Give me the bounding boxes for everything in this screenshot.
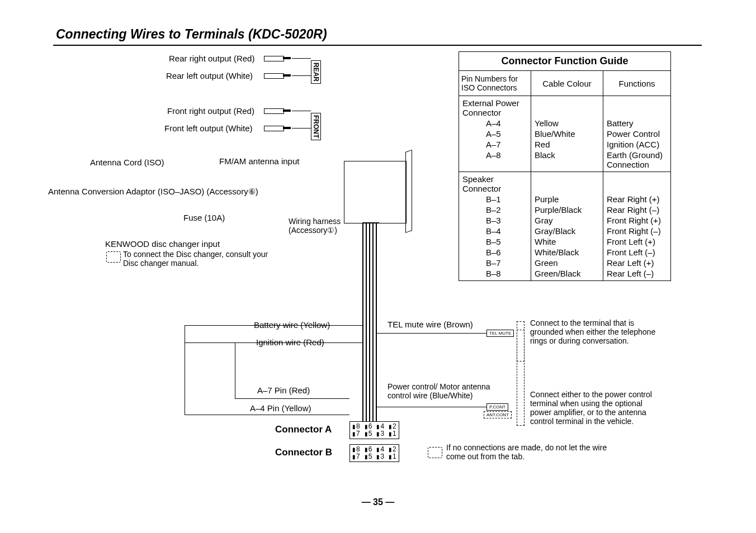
label-power-control-wire: Power control/ Motor antenna control wir… <box>388 382 490 400</box>
guide-row: Front Left (–) <box>603 247 671 258</box>
connector-function-guide: Connector Function Guide Pin Numbers for… <box>459 51 671 281</box>
guide-row: Green/Black <box>531 268 603 281</box>
note-power-control: Connect either to the power control term… <box>530 390 652 426</box>
note-icon <box>428 447 442 458</box>
wire-trunk-vert3 <box>369 222 370 423</box>
label-a7-pin: A–7 Pin (Red) <box>257 386 310 395</box>
lead-rr <box>292 58 311 59</box>
guide-row: B–4 <box>459 226 531 236</box>
wire-telmute <box>376 333 486 334</box>
pin-a1: 1 <box>389 430 396 437</box>
label-antenna-adaptor: Antenna Conversion Adaptor (ISO–JASO) (A… <box>48 187 258 197</box>
label-a4-pin: A–4 Pin (Yellow) <box>250 403 311 413</box>
guide-row: B–2 <box>459 204 531 215</box>
tag-pcont: P.CONT <box>486 403 508 411</box>
guide-row: Rear Left (+) <box>603 258 671 268</box>
guide-row: A–4 <box>459 118 531 129</box>
guide-row: Gray <box>531 215 603 226</box>
guide-row: Front Left (+) <box>603 236 671 247</box>
guide-row: A–8 <box>459 150 531 172</box>
guide-row: Rear Right (–) <box>603 204 671 215</box>
guide-row: B–3 <box>459 215 531 226</box>
lead-fr <box>292 111 311 111</box>
tag-rear: REAR <box>311 60 321 84</box>
label-tel-mute-wire: TEL mute wire (Brown) <box>388 320 473 329</box>
wire-ign <box>185 342 362 343</box>
wire-trunk-vert <box>362 222 363 423</box>
guide-row: Purple/Black <box>531 204 603 215</box>
guide-row: Purple <box>531 194 603 204</box>
guide-section-1-name: Speaker Connector <box>459 172 531 194</box>
label-wiring-harness: Wiring harness (Accessory①) <box>289 217 341 235</box>
guide-header-colour: Cable Colour <box>531 71 603 96</box>
connector-a-pins: 8 6 4 2 7 5 3 1 <box>349 421 399 439</box>
wire-trunk-vert4 <box>372 222 374 423</box>
guide-row: Gray/Black <box>531 226 603 236</box>
guide-row: B–5 <box>459 236 531 247</box>
guide-row: Front Right (–) <box>603 226 671 236</box>
wire-a7 <box>235 398 349 399</box>
label-fuse: Fuse (10A) <box>183 213 225 222</box>
guide-row: Yellow <box>531 118 603 129</box>
guide-row: White <box>531 236 603 247</box>
guide-row: A–5 <box>459 129 531 139</box>
pin-b1: 1 <box>389 453 396 460</box>
note-disc-changer: To connect the Disc changer, consult you… <box>123 250 268 268</box>
note-icon <box>106 251 121 263</box>
rca-front-right <box>264 107 292 114</box>
label-fm-am-input: FM/AM antenna input <box>219 156 299 166</box>
guide-row: B–1 <box>459 194 531 204</box>
rca-front-left <box>264 125 292 131</box>
guide-row: B–6 <box>459 247 531 258</box>
wire-a4 <box>185 415 349 415</box>
wire-trunk-vert5 <box>376 222 377 423</box>
pin-a3: 3 <box>376 430 384 437</box>
label-rear-left-output: Rear left output (White) <box>166 71 253 80</box>
pin-a7: 7 <box>352 430 360 437</box>
label-front-left-output: Front left output (White) <box>164 123 253 133</box>
guide-row: White/Black <box>531 247 603 258</box>
label-antenna-cord: Antenna Cord (ISO) <box>90 158 164 167</box>
head-unit-outline <box>344 161 407 223</box>
label-rear-right-output: Rear right output (Red) <box>169 54 254 63</box>
page-title: Connecting Wires to Terminals (KDC-5020R… <box>56 27 327 42</box>
tag-front: FRONT <box>311 113 321 140</box>
guide-row: Rear Right (+) <box>603 194 671 204</box>
title-rule <box>53 45 702 46</box>
guide-row: Battery <box>603 118 671 129</box>
guide-row: Front Right (+) <box>603 215 671 226</box>
rca-rear-right <box>264 55 292 61</box>
tag-tel-mute: TEL MUTE <box>486 330 514 337</box>
label-front-right-output: Front right output (Red) <box>167 106 254 116</box>
guide-row: Rear Left (–) <box>603 268 671 281</box>
pin-b5: 5 <box>365 453 372 460</box>
guide-row: B–8 <box>459 268 531 281</box>
dotted-power-control <box>517 330 525 426</box>
head-unit-front <box>405 150 412 233</box>
label-disc-changer-input: KENWOOD disc changer input <box>105 239 220 249</box>
guide-row: Ignition (ACC) <box>603 139 671 150</box>
guide-row: Power Control <box>603 129 671 139</box>
note-tel-mute: Connect to the terminal that is grounded… <box>530 318 655 345</box>
rca-rear-left <box>264 72 292 79</box>
connector-b-pins: 8 6 4 2 7 5 3 1 <box>349 444 399 462</box>
guide-section-0-name: External Power Connector <box>459 96 531 118</box>
wire-batt <box>185 325 362 326</box>
guide-row: B–7 <box>459 258 531 268</box>
guide-row: Earth (Ground) Connection <box>603 150 671 172</box>
guide-row: Red <box>531 139 603 150</box>
guide-row: Black <box>531 150 603 172</box>
pin-b7: 7 <box>352 453 360 460</box>
guide-row: Blue/White <box>531 129 603 139</box>
wire-trunk-vert2 <box>366 222 367 423</box>
pin-a5: 5 <box>365 430 372 437</box>
label-connector-a: Connector A <box>275 424 332 435</box>
pin-b3: 3 <box>376 453 384 460</box>
guide-row: A–7 <box>459 139 531 150</box>
guide-title: Connector Function Guide <box>459 52 671 71</box>
wire-pcont <box>376 407 486 407</box>
label-connector-b: Connector B <box>275 447 332 458</box>
wire-ign-v <box>235 342 235 398</box>
guide-header-pin: Pin Numbers for ISO Connectors <box>459 71 531 96</box>
lead-rl <box>292 75 311 76</box>
